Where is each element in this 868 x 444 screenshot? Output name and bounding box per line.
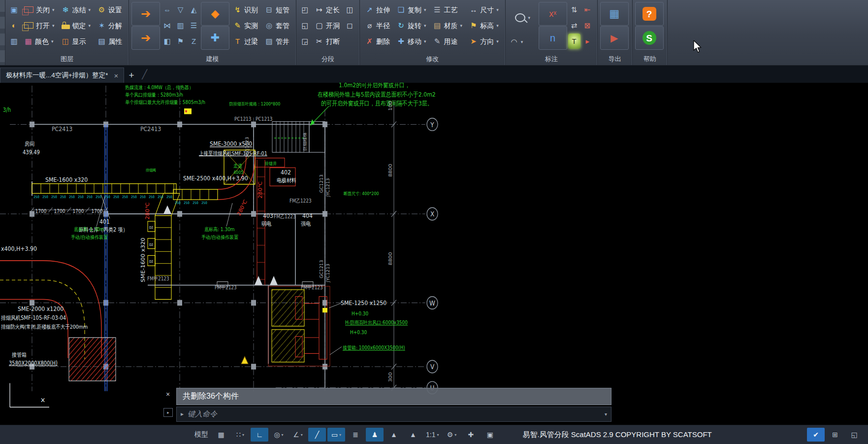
freeze-button[interactable]: ❄冻结▾ (59, 2, 94, 17)
polar-tracking-icon[interactable]: ∠▾ (289, 428, 307, 442)
layer-color-button[interactable]: ▦颜色▾ (21, 34, 58, 49)
delete-dim-button[interactable]: ⊠ (581, 18, 594, 33)
help-button[interactable]: ? (635, 2, 664, 26)
funnel-button[interactable]: ▽ (174, 2, 187, 17)
segment-style-a-button[interactable]: ◰ (299, 2, 311, 17)
stretch-button[interactable]: ↗拉伸 (362, 2, 393, 17)
riser-button[interactable]: ▥ (174, 18, 187, 33)
layer-previous-button[interactable]: ◐ (8, 18, 20, 33)
stack-duct-button[interactable]: ☰ (188, 18, 200, 33)
superscript-x-button[interactable]: xˣ (539, 2, 567, 26)
segment-style-d-button[interactable]: ◫ (344, 2, 356, 17)
radius-button[interactable]: ⌀半径 (362, 18, 393, 33)
dim-flip-button[interactable]: ⇄ (568, 18, 580, 33)
layer-walk-button[interactable]: ▥ (8, 34, 20, 49)
lintel-button[interactable]: T过梁 (230, 34, 261, 49)
sleeve-button[interactable]: ◎套管 (262, 18, 292, 33)
grid-display-icon[interactable]: ▦ (212, 428, 230, 442)
opening-button[interactable]: ▢开洞 (312, 18, 343, 33)
explode-button[interactable]: ✶分解 (95, 18, 125, 33)
update-check-icon[interactable]: ✔ (807, 428, 825, 442)
scatsoft-button[interactable]: S (635, 26, 664, 50)
text-cursor-button[interactable]: T (568, 34, 580, 49)
lineweight-icon[interactable]: ≣ (347, 428, 364, 442)
layer-off-button[interactable]: 关闭▾ (21, 2, 58, 17)
annotation-visibility-icon[interactable]: ▲ (385, 428, 403, 442)
close-command-icon[interactable]: × (163, 390, 172, 399)
selection-cycling-icon[interactable]: ♟ (366, 428, 384, 442)
duct-forward-button[interactable]: ➔ (131, 2, 160, 26)
layer-states-button[interactable]: ▣ (8, 2, 20, 17)
material-button[interactable]: ▤材质▾ (430, 18, 466, 33)
elevation-button[interactable]: ⚑标高▾ (466, 18, 502, 33)
settings-button[interactable]: ⚙设置 (95, 2, 125, 17)
close-tab-icon[interactable]: × (114, 71, 118, 80)
segment-style-c-button[interactable]: ◲ (299, 34, 311, 49)
svg-text:1.0m2的可开启外窗或开口，: 1.0m2的可开启外窗或开口， (339, 83, 410, 89)
display-button[interactable]: ◫显示 (59, 34, 94, 49)
mirror-button[interactable]: ⇔ (161, 2, 173, 17)
snap-icon[interactable]: ∟ (251, 428, 268, 442)
fixed-length-button[interactable]: ↦定长 (312, 2, 343, 17)
drawing-tab[interactable]: 极材料库一暖...4空调+排烟）整定* × (0, 68, 124, 83)
copy-button[interactable]: ❏复制▾ (394, 2, 429, 17)
dynamic-input-icon[interactable]: ▭▾ (327, 428, 345, 442)
svg-text:FM甲2123: FM甲2123 (301, 284, 323, 290)
fullscreen-icon[interactable]: ◱ (845, 428, 863, 442)
prism-button[interactable]: ◭ (188, 2, 200, 17)
play-dim-button[interactable]: ▸ (581, 34, 594, 49)
usage-button[interactable]: ✎用途 (430, 34, 466, 49)
z-duct-button[interactable]: Z (188, 34, 200, 49)
script-n-button[interactable]: n (539, 26, 567, 50)
segment-style-b-button[interactable]: ◱ (299, 18, 311, 33)
arc-annotation-button[interactable]: ◠▾ (508, 34, 538, 49)
flag-duct-button[interactable]: ⚑ (174, 34, 187, 49)
layer-on-button[interactable]: 打开▾ (21, 18, 58, 33)
erase-button[interactable]: ✗删除 (362, 34, 393, 49)
isolate-objects-icon[interactable]: ▣ (481, 428, 499, 442)
segment-style-e-button[interactable]: ◻ (344, 18, 356, 33)
break-button[interactable]: ✂打断 (312, 34, 343, 49)
annotation-scale-button[interactable]: 1:1▾ (423, 428, 441, 442)
recognize-button[interactable]: ↯识别 (230, 2, 261, 17)
cross-duct-button[interactable]: ✚ (201, 26, 229, 50)
measure-button[interactable]: ✎实测 (230, 18, 261, 33)
ortho-mode-icon[interactable]: ╱ (308, 428, 326, 442)
command-expand-icon[interactable]: ▾ (605, 411, 607, 417)
dimension-button[interactable]: ↔尺寸▾ (466, 2, 502, 17)
lock-button[interactable]: 锁定▾ (59, 18, 94, 33)
pipe-shaft-button[interactable]: ▨管井 (262, 34, 292, 49)
short-pipe-button[interactable]: ⊟短管 (262, 2, 292, 17)
snap-mode-icon[interactable]: ∷▾ (231, 428, 249, 442)
object-snap-icon[interactable]: ◎▾ (270, 428, 288, 442)
svg-text:3/h: 3/h (3, 106, 11, 113)
svg-text:PC1213: PC1213 (234, 116, 252, 122)
export-table-button[interactable]: ▦ (600, 2, 629, 26)
cad-drawing[interactable]: YXWVU25025025025025025025025025025025025… (0, 83, 868, 425)
red-dim-button[interactable]: ⇤ (581, 2, 594, 17)
move-button[interactable]: ✚移动▾ (394, 34, 429, 49)
clean-screen-icon[interactable]: ⊞ (826, 428, 844, 442)
annotation-autoscale-icon[interactable]: ▲ (404, 428, 422, 442)
properties-button[interactable]: ▤属性 (95, 34, 125, 49)
connect-button[interactable]: ⋈ (161, 18, 173, 33)
process-button[interactable]: ☰工艺 (430, 2, 466, 17)
new-tab-button[interactable]: + (124, 68, 139, 83)
crosshair-toggle-icon[interactable]: ✚ (462, 428, 480, 442)
command-input[interactable]: ▸ 键入命令 ▾ (176, 407, 611, 422)
rotate-button[interactable]: ↻旋转▾ (394, 18, 429, 33)
diamond-button[interactable]: ◆ (201, 2, 229, 26)
button-label: 颜色 (35, 38, 49, 45)
drawing-canvas[interactable]: YXWVU25025025025025025025025025025025025… (0, 83, 868, 425)
ribbon-group-modify: ↗拉伸⌀半径✗删除❏复制▾↻旋转▾✚移动▾☰工艺▤材质▾✎用途↔尺寸▾⚑标高▾➤… (360, 0, 506, 65)
direction-button[interactable]: ➤方向▾ (466, 34, 502, 49)
model-space-button[interactable]: 模型 (192, 428, 211, 442)
svg-text:250: 250 (175, 201, 180, 205)
duct-return-button[interactable]: ➔ (131, 26, 160, 50)
dim-align-button[interactable]: ⇅ (568, 2, 580, 17)
export-run-button[interactable]: ▶ (600, 26, 629, 50)
customization-icon[interactable]: ⚙▾ (443, 428, 460, 442)
ribbon-group-label: 帮助 (633, 54, 667, 65)
wall-duct-button[interactable]: ◧ (161, 34, 173, 49)
zoom-annotation-button[interactable]: ▾ (508, 2, 538, 34)
